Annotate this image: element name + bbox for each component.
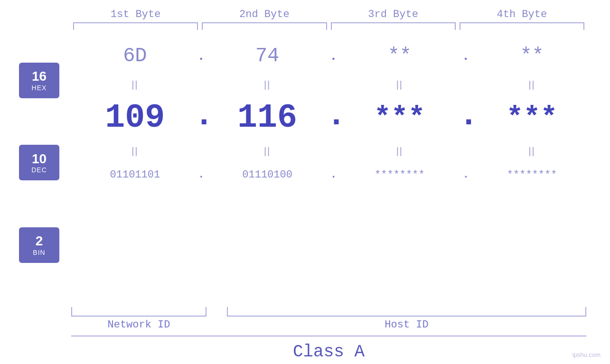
eq2-cell-2: || — [208, 146, 327, 157]
hex-cell-3: ** — [341, 45, 459, 67]
hex-cell-2: 74 — [208, 45, 327, 67]
row-equals-1: || || || || — [76, 77, 591, 92]
content-area: 16 HEX 10 DEC 2 BIN 6D . 74 — [0, 35, 610, 291]
top-bracket-row — [0, 22, 610, 30]
dec-cell-4: *** — [473, 102, 591, 134]
equals-4: || — [528, 79, 535, 90]
bin-badge-label: BIN — [33, 249, 45, 256]
main-container: 1st Byte 2nd Byte 3rd Byte 4th Byte 16 H… — [0, 0, 610, 364]
row-hex: 6D . 74 . ** . ** — [76, 35, 591, 77]
bin-value-2: 01110100 — [242, 169, 292, 181]
eq-cell-2: || — [208, 79, 327, 90]
hex-cell-1: 6D — [76, 45, 194, 67]
hex-badge: 16 HEX — [19, 63, 59, 98]
sep-hex-3: . — [459, 49, 473, 64]
sep-bin-1: . — [194, 169, 208, 181]
equals2-4: || — [528, 146, 535, 157]
eq-cell-3: || — [341, 79, 459, 90]
footer-section: Class A — [0, 336, 610, 364]
badges-column: 16 HEX 10 DEC 2 BIN — [19, 35, 76, 291]
bin-value-4: ******** — [507, 169, 557, 181]
network-id-label: Network ID — [71, 319, 206, 331]
hex-value-1: 6D — [123, 45, 147, 67]
hex-value-3: ** — [388, 45, 412, 67]
bin-value-3: ******** — [375, 169, 425, 181]
row-equals-2: || || || || — [76, 144, 591, 158]
dec-value-1: 109 — [105, 99, 165, 137]
dec-badge-label: DEC — [31, 166, 47, 174]
bracket-byte2 — [202, 22, 327, 30]
hex-badge-label: HEX — [32, 84, 47, 92]
network-bracket — [71, 307, 206, 317]
sep-bin-2: . — [327, 169, 341, 181]
dec-badge-number: 10 — [32, 152, 47, 167]
bin-badge: 2 BIN — [19, 227, 59, 263]
sep-dec-1: . — [194, 97, 208, 139]
eq-cell-4: || — [473, 79, 591, 90]
equals2-2: || — [264, 146, 271, 157]
dec-value-3: *** — [374, 102, 425, 134]
hex-badge-number: 16 — [32, 69, 47, 84]
watermark: ipshu.com — [572, 351, 601, 358]
row-dec: 109 . 116 . *** . *** — [76, 92, 591, 144]
bytes-grid: 6D . 74 . ** . ** || — [76, 35, 591, 291]
bin-cell-2: 01110100 — [208, 169, 327, 181]
eq2-cell-3: || — [341, 146, 459, 157]
bin-badge-number: 2 — [36, 234, 43, 249]
eq-cell-1: || — [76, 79, 194, 90]
byte2-header: 2nd Byte — [200, 9, 328, 20]
dec-badge: 10 DEC — [19, 145, 59, 180]
equals-1: || — [131, 79, 138, 90]
byte3-header: 3rd Byte — [329, 9, 458, 20]
bin-cell-3: ******** — [341, 169, 459, 181]
dec-cell-3: *** — [341, 102, 459, 134]
byte4-header: 4th Byte — [458, 9, 586, 20]
sep-dec-2: . — [327, 97, 341, 139]
dec-value-4: *** — [507, 102, 558, 134]
sep-dec-3: . — [459, 97, 473, 139]
sep-hex-1: . — [194, 49, 208, 64]
bottom-section: Network ID Host ID — [0, 293, 610, 336]
equals2-3: || — [396, 146, 403, 157]
host-bracket — [227, 307, 586, 317]
eq2-cell-4: || — [473, 146, 591, 157]
host-id-label: Host ID — [227, 319, 586, 331]
class-a-label: Class A — [293, 342, 365, 362]
sep-bin-3: . — [459, 169, 473, 181]
bracket-byte4 — [460, 22, 584, 30]
equals2-1: || — [131, 146, 138, 157]
equals-2: || — [264, 79, 271, 90]
hex-cell-4: ** — [473, 45, 591, 67]
row-bin: 01101101 . 01110100 . ******** . *******… — [76, 158, 591, 191]
footer-bracket-line — [71, 336, 586, 336]
hex-value-2: 74 — [255, 45, 279, 67]
hex-value-4: ** — [520, 45, 544, 67]
dec-cell-2: 116 — [208, 99, 327, 137]
dec-value-2: 116 — [237, 99, 297, 137]
bracket-byte3 — [331, 22, 456, 30]
equals-3: || — [396, 79, 403, 90]
byte-headers: 1st Byte 2nd Byte 3rd Byte 4th Byte — [0, 0, 610, 20]
bin-cell-4: ******** — [473, 169, 591, 181]
dec-cell-1: 109 — [76, 99, 194, 137]
sep-hex-2: . — [327, 49, 341, 64]
eq2-cell-1: || — [76, 146, 194, 157]
bin-cell-1: 01101101 — [76, 169, 194, 181]
bin-value-1: 01101101 — [110, 169, 160, 181]
byte1-header: 1st Byte — [71, 9, 200, 20]
bracket-byte1 — [73, 22, 198, 30]
